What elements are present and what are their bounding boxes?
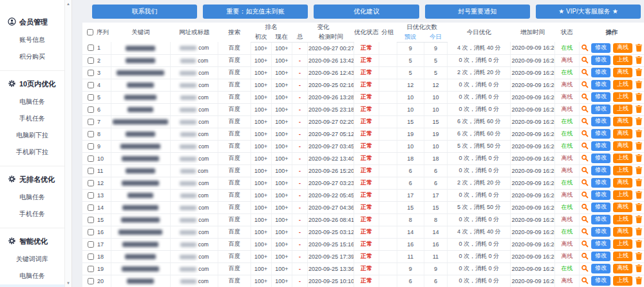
modify-button[interactable]: 修改 (591, 43, 611, 53)
modify-button[interactable]: 修改 (591, 239, 611, 249)
row-checkbox[interactable] (88, 119, 94, 125)
toggle-online-button[interactable]: 上线 (613, 92, 632, 102)
trash-icon[interactable] (635, 203, 643, 211)
modify-button[interactable]: 修改 (591, 264, 611, 273)
toggle-online-button[interactable]: 上线 (613, 55, 632, 65)
toggle-online-button[interactable]: 离线 (613, 129, 632, 139)
toggle-online-button[interactable]: 上线 (613, 104, 632, 114)
search-icon[interactable] (581, 240, 589, 248)
toggle-online-button[interactable]: 离线 (613, 141, 632, 151)
row-checkbox[interactable] (88, 106, 94, 113)
toggle-online-button[interactable]: 离线 (613, 68, 632, 77)
sidebar-item[interactable]: 积分购买 (0, 48, 64, 65)
row-checkbox[interactable] (88, 82, 94, 88)
row-checkbox[interactable] (88, 70, 94, 76)
sidebar-item[interactable]: 手机任务 (0, 110, 64, 127)
trash-icon[interactable] (635, 154, 643, 162)
trash-icon[interactable] (635, 277, 643, 284)
sidebar-item[interactable]: 电脑任务 (0, 268, 64, 284)
search-icon[interactable] (581, 117, 589, 125)
toggle-online-button[interactable]: 离线 (613, 203, 632, 212)
header-preset[interactable]: 预设 (397, 32, 424, 42)
toggle-online-button[interactable]: 上线 (613, 276, 632, 286)
search-icon[interactable] (581, 191, 589, 199)
row-checkbox[interactable] (88, 229, 94, 235)
trash-icon[interactable] (635, 252, 643, 260)
topbar-button[interactable]: 重要：如充值未到账 (203, 5, 308, 19)
modify-button[interactable]: 修改 (591, 276, 611, 286)
select-all-checkbox[interactable] (87, 29, 93, 35)
row-checkbox[interactable] (88, 168, 94, 174)
toggle-online-button[interactable]: 离线 (613, 227, 632, 237)
toggle-online-button[interactable]: 上线 (613, 239, 632, 249)
sidebar-item[interactable]: 手机刷下拉 (0, 144, 64, 161)
trash-icon[interactable] (635, 215, 643, 223)
modify-button[interactable]: 修改 (591, 68, 611, 77)
trash-icon[interactable] (635, 117, 643, 125)
sidebar-scrollbar[interactable]: ▲ ▼ (64, 0, 72, 287)
trash-icon[interactable] (635, 240, 643, 248)
row-checkbox[interactable] (88, 253, 94, 260)
toggle-online-button[interactable]: 上线 (613, 215, 632, 224)
row-checkbox[interactable] (88, 94, 94, 101)
toggle-online-button[interactable]: 离线 (613, 43, 632, 53)
row-checkbox[interactable] (88, 192, 94, 199)
row-checkbox[interactable] (88, 45, 94, 51)
toggle-online-button[interactable]: 离线 (613, 117, 632, 126)
row-checkbox[interactable] (88, 241, 94, 248)
search-icon[interactable] (581, 264, 589, 272)
search-icon[interactable] (581, 105, 589, 113)
sidebar-section-header[interactable]: 智能优化 (0, 233, 64, 251)
row-checkbox[interactable] (88, 217, 94, 223)
topbar-button[interactable]: 封号重要通知 (425, 5, 530, 19)
search-icon[interactable] (581, 93, 589, 101)
search-icon[interactable] (581, 142, 589, 150)
trash-icon[interactable] (635, 228, 643, 235)
toggle-online-button[interactable]: 上线 (613, 153, 632, 163)
sidebar-item[interactable]: 手机任务 (0, 284, 64, 287)
search-icon[interactable] (581, 203, 589, 211)
row-checkbox[interactable] (88, 204, 94, 211)
modify-button[interactable]: 修改 (591, 252, 611, 261)
modify-button[interactable]: 修改 (591, 129, 611, 139)
search-icon[interactable] (581, 228, 589, 235)
toggle-online-button[interactable]: 上线 (613, 252, 632, 261)
trash-icon[interactable] (635, 191, 643, 199)
row-checkbox[interactable] (88, 180, 94, 186)
search-icon[interactable] (581, 277, 589, 284)
sidebar-item[interactable]: 手机任务 (0, 206, 64, 223)
modify-button[interactable]: 修改 (591, 104, 611, 114)
row-checkbox[interactable] (88, 143, 94, 150)
topbar-button[interactable]: 优化建议 (314, 5, 419, 19)
search-icon[interactable] (581, 130, 589, 137)
search-icon[interactable] (581, 179, 589, 186)
search-icon[interactable] (581, 154, 589, 162)
toggle-online-button[interactable]: 离线 (613, 178, 632, 188)
modify-button[interactable]: 修改 (591, 227, 611, 237)
modify-button[interactable]: 修改 (591, 166, 611, 175)
topbar-button[interactable]: ★ VIP/大客服服务 ★ (536, 5, 641, 19)
header-today[interactable]: 今日 (424, 32, 447, 42)
modify-button[interactable]: 修改 (591, 141, 611, 151)
search-icon[interactable] (581, 44, 589, 52)
scroll-down-icon[interactable]: ▼ (65, 281, 71, 285)
modify-button[interactable]: 修改 (591, 178, 611, 188)
sidebar-item[interactable]: 关键词词库 (0, 251, 64, 268)
search-icon[interactable] (581, 215, 589, 223)
trash-icon[interactable] (635, 105, 643, 113)
trash-icon[interactable] (635, 179, 643, 186)
modify-button[interactable]: 修改 (591, 190, 611, 200)
sidebar-item[interactable]: 电脑刷下拉 (0, 127, 64, 144)
row-checkbox[interactable] (88, 266, 94, 272)
sidebar-section-header[interactable]: 无排名优化 (0, 171, 64, 189)
trash-icon[interactable] (635, 44, 643, 52)
modify-button[interactable]: 修改 (591, 203, 611, 212)
trash-icon[interactable] (635, 264, 643, 272)
row-checkbox[interactable] (88, 131, 94, 137)
modify-button[interactable]: 修改 (591, 92, 611, 102)
trash-icon[interactable] (635, 68, 643, 76)
trash-icon[interactable] (635, 130, 643, 137)
search-icon[interactable] (581, 252, 589, 260)
scroll-up-icon[interactable]: ▲ (65, 2, 71, 6)
modify-button[interactable]: 修改 (591, 153, 611, 163)
